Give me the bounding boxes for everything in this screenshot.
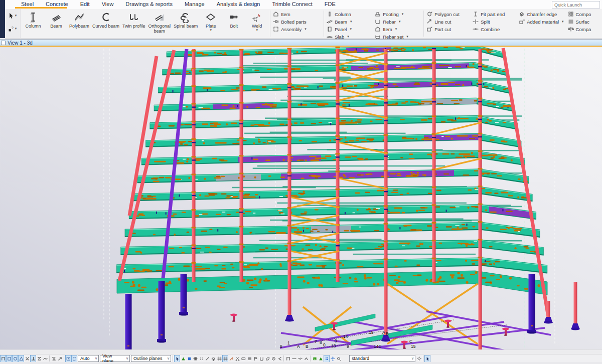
- pan-button[interactable]: [330, 355, 336, 362]
- select-dim-points-button[interactable]: [297, 355, 303, 362]
- ribbon-button-added-material[interactable]: Added material▾: [519, 18, 563, 25]
- select-parts-button[interactable]: [186, 355, 192, 362]
- inquire-tool-button[interactable]: ? ▾: [5, 22, 20, 35]
- ribbon-button-label: Chamfer edge: [527, 12, 557, 17]
- snap-line-extensions-button[interactable]: [36, 355, 42, 362]
- chevron-down-icon: ▾: [350, 20, 352, 24]
- select-tool-button[interactable]: ▾: [5, 9, 20, 22]
- view-plane-select[interactable]: View plane∨: [100, 355, 130, 362]
- ribbon-button-polygon-cut[interactable]: Polygon cut: [426, 11, 471, 18]
- snap-nearest-button[interactable]: [42, 355, 48, 362]
- select-dim-lines-button[interactable]: [291, 355, 297, 362]
- snap-midpoints-button[interactable]: [18, 355, 24, 362]
- menu-tab-drawings-reports[interactable]: Drawings & reports: [119, 0, 179, 9]
- ribbon-button-curved-beam[interactable]: Curved beam: [91, 10, 121, 38]
- ribbon-button-fit-part-end[interactable]: Fit part end: [473, 11, 517, 18]
- select-assemblies-button[interactable]: [246, 355, 252, 362]
- ribbon-button-column[interactable]: Column: [327, 11, 373, 18]
- smart-select-button[interactable]: [324, 355, 330, 362]
- select-cuts-button[interactable]: [210, 355, 216, 362]
- ribbon-button-polybeam[interactable]: Polybeam: [68, 10, 91, 38]
- component-select-value: standard: [352, 356, 369, 361]
- ribbon-button-panel[interactable]: Panel▾: [327, 26, 373, 33]
- select-cut-parts-button[interactable]: [234, 355, 240, 362]
- menu-tab-trimble-connect[interactable]: Trimble Connect: [266, 0, 318, 9]
- ribbon-button-bolted-parts[interactable]: Bolted parts: [273, 18, 321, 25]
- select-surfaces-button[interactable]: [192, 355, 198, 362]
- ribbon-button-weld[interactable]: Weld▾: [245, 10, 268, 38]
- outline-planes-select[interactable]: Outline planes∨: [131, 355, 171, 362]
- ribbon-button-spiral-beam[interactable]: Spiral beam: [172, 10, 199, 38]
- direct-modification-button[interactable]: [318, 355, 324, 362]
- snap-geometry-points-icon: [72, 356, 77, 361]
- select-marks-button[interactable]: [303, 355, 309, 362]
- ribbon-button-orthogonal-beam[interactable]: Orthogonal beam: [147, 10, 173, 38]
- snap-origin-button[interactable]: [0, 355, 6, 362]
- ribbon-button-label: Item: [281, 12, 290, 17]
- conc-column-icon: [327, 11, 333, 17]
- model-3d-view[interactable]: 61AB78013091415AB14CC15: [0, 47, 602, 349]
- ribbon-button-item[interactable]: Item▾: [375, 26, 421, 33]
- snap-origin-icon: [1, 356, 6, 361]
- select-planes-button[interactable]: [264, 355, 270, 362]
- ribbon-button-label: Orthogonal beam: [148, 24, 171, 34]
- ribbon-button-footing[interactable]: Footing▾: [375, 11, 421, 18]
- select-views-button[interactable]: [240, 355, 246, 362]
- select-distances-button[interactable]: [270, 355, 276, 362]
- select-reference-objects-button[interactable]: [285, 355, 291, 362]
- snap-intersections-button[interactable]: [24, 355, 30, 362]
- select-all-button[interactable]: [174, 355, 180, 362]
- snap-endpoints-button[interactable]: [6, 355, 12, 362]
- drag-and-drop-button[interactable]: [312, 355, 318, 362]
- view-title-bar[interactable]: View 1 - 3d: [0, 39, 602, 46]
- component-select[interactable]: standard∨: [349, 355, 415, 362]
- ribbon-button-split[interactable]: Split: [473, 18, 517, 25]
- select-lines-button[interactable]: [204, 355, 210, 362]
- file-menu-rail[interactable]: [0, 0, 5, 38]
- snap-geometry-points-button[interactable]: [71, 355, 77, 362]
- snap-centers-button[interactable]: [12, 355, 18, 362]
- snap-extension-button[interactable]: [57, 355, 63, 362]
- snap-any-position-button[interactable]: [51, 355, 57, 362]
- ribbon-button-beam[interactable]: Beam▾: [327, 18, 373, 25]
- beam-icon: [50, 11, 62, 23]
- ribbon-button-item[interactable]: Item: [273, 11, 321, 18]
- menu-tab-fde[interactable]: FDE: [319, 0, 342, 9]
- snap-depth-select[interactable]: Auto∨: [78, 355, 99, 362]
- ribbon-button-combine[interactable]: Combine: [473, 26, 517, 33]
- select-components-button[interactable]: [180, 355, 186, 362]
- ribbon-button-assembly[interactable]: Assembly▾: [273, 26, 321, 33]
- outline-planes-select-value: Outline planes: [133, 356, 163, 361]
- zoom-button[interactable]: [336, 355, 342, 362]
- quick-launch-input[interactable]: [552, 1, 600, 9]
- pointer-mode-button[interactable]: [424, 355, 430, 362]
- ribbon-button-plate[interactable]: Plate▾: [199, 10, 222, 38]
- ribbon-button-line-cut[interactable]: Line cut: [426, 18, 471, 25]
- ribbon-button-compo[interactable]: Compo: [568, 11, 591, 18]
- select-points-button[interactable]: [198, 355, 204, 362]
- select-welds-button[interactable]: [228, 355, 234, 362]
- ribbon-button-column[interactable]: Column: [22, 10, 45, 38]
- menu-tab-analysis-design[interactable]: Analysis & design: [211, 0, 266, 9]
- ribbon-button-rebar[interactable]: Rebar▾: [375, 18, 421, 25]
- select-grids-button[interactable]: [216, 355, 222, 362]
- viewport-3d[interactable]: 61AB78013091415AB14CC15: [0, 47, 602, 349]
- ribbon-button-part-cut[interactable]: Part cut: [426, 26, 471, 33]
- ribbon-button-compa[interactable]: Compa: [568, 26, 591, 33]
- ribbon-button-beam[interactable]: Beam: [45, 10, 68, 38]
- ribbon-button-twin-profile[interactable]: Twin profile: [121, 10, 147, 38]
- snap-perpendicular-button[interactable]: [30, 355, 36, 362]
- menu-tab-view[interactable]: View: [96, 0, 120, 9]
- select-grid-lines-button[interactable]: [222, 355, 228, 362]
- svg-text:8: 8: [320, 340, 322, 345]
- select-bolts-button[interactable]: [252, 355, 258, 362]
- snap-reference-points-button[interactable]: [65, 355, 71, 362]
- select-angles-button[interactable]: [276, 355, 282, 362]
- component-phase-button[interactable]: [416, 355, 422, 362]
- menu-tab-edit[interactable]: Edit: [74, 0, 96, 9]
- ribbon-button-surfac[interactable]: Surfac: [568, 18, 591, 25]
- ribbon-button-bolt[interactable]: Bolt: [222, 10, 245, 38]
- menu-tab-manage[interactable]: Manage: [179, 0, 211, 9]
- select-rebar-button[interactable]: [258, 355, 264, 362]
- ribbon-button-chamfer-edge[interactable]: Chamfer edge: [519, 11, 563, 18]
